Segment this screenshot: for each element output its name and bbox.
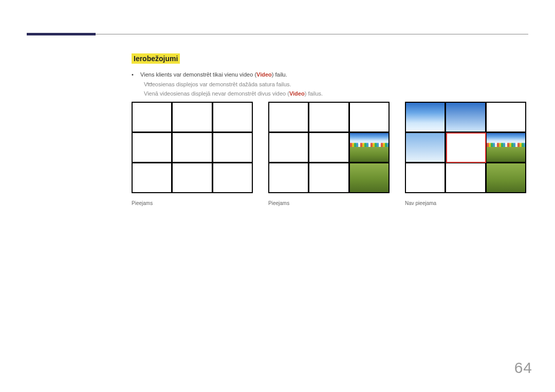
sub-bullet-text-post: ) failus. [305,90,323,97]
grid-cell [213,103,252,132]
grid-cell [446,163,485,192]
example-caption: Nav pieejama [405,200,526,206]
videowall-grid [132,102,253,193]
grid-cell-image [406,133,445,162]
image-sky [406,103,445,132]
grid-cell [269,133,308,162]
header-rule [27,34,528,34]
image-sky [406,133,445,162]
bullet-item: • Viens klients var demonstrēt tikai vie… [132,70,524,80]
sub-bullet-text-pre: Vienā videosienas displejā nevar demonst… [144,90,289,97]
page-number: 64 [514,359,532,377]
bullet-text-em: Video [256,71,272,78]
grid-cell-image [350,133,388,162]
content: Ierobežojumi • Viens klients var demonst… [132,53,524,99]
grid-cell-image [487,163,525,192]
bullets: • Viens klients var demonstrēt tikai vie… [132,70,524,99]
grid-cell [173,103,211,132]
sub-bullet-text-em: Video [289,90,305,97]
header-accent [27,33,96,35]
grid-cell [133,163,171,192]
grid-cell [213,133,252,162]
sub-bullet-item: Vienā videosienas displejā nevar demonst… [144,89,524,99]
grid-cell [309,163,348,192]
image-flags [487,143,525,147]
grid-cell [406,163,445,192]
page: Ierobežojumi • Viens klients var demonst… [0,0,555,392]
section-title: Ierobežojumi [132,53,180,64]
grid-cell [350,103,388,132]
example-b: Pieejams [268,102,390,206]
grid-cell [173,133,211,162]
example-a: Pieejams [132,102,253,206]
grid-cell [133,103,171,132]
grid-cell-image [446,103,485,132]
dash-icon [147,83,152,84]
bullet-text-pre: Viens klients var demonstrēt tikai vienu… [140,71,256,78]
example-caption: Pieejams [268,200,390,206]
image-field [487,163,525,192]
image-field [350,179,388,192]
grid-cell [487,103,525,132]
videowall-grid [405,102,526,193]
grid-cell-image [406,103,445,132]
grid-cell [269,163,308,192]
grid-cell-image [487,133,525,162]
grid-cell [269,103,308,132]
grid-cell [133,133,171,162]
image-flags [350,143,388,147]
grid-cell [213,163,252,192]
image-sky [446,103,485,132]
examples-row: Pieejams P [132,102,528,206]
bullet-dot-icon: • [132,70,139,80]
sub-bullet-item: Videosienas displejos var demonstrēt daž… [144,80,524,89]
grid-cell [309,133,348,162]
grid-cell [446,133,485,162]
sub-bullet-text: Videosienas displejos var demonstrēt daž… [144,81,291,87]
grid-cell-image [350,163,388,192]
grid-cell [309,103,348,132]
grid-cell [173,163,211,192]
example-caption: Pieejams [132,200,253,206]
image-field [350,163,388,179]
example-c: Nav pieejama [405,102,526,206]
videowall-grid [268,102,390,193]
bullet-text-post: ) failu. [272,71,287,78]
